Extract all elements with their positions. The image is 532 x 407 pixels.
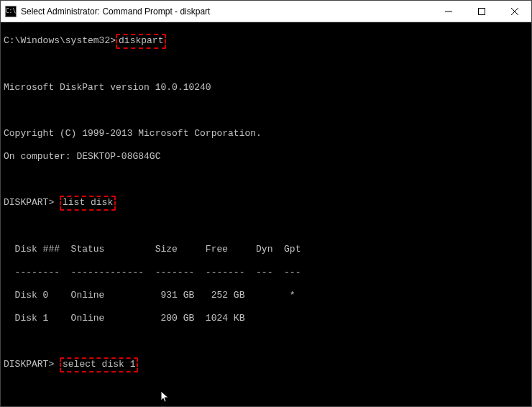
blank-line <box>4 336 528 347</box>
version-line: Microsoft DiskPart version 10.0.10240 <box>4 82 528 93</box>
selected-disk-message: Disk 1 is now the selected disk. <box>4 406 528 406</box>
window-title: Select Administrator: Command Prompt - d… <box>21 6 432 17</box>
blank-line <box>4 59 528 70</box>
cmd-select-disk-highlight: select disk 1 <box>60 357 138 372</box>
minimize-button[interactable] <box>432 1 465 22</box>
cmd-diskpart-highlight: diskpart <box>116 34 166 49</box>
disk-table-divider: -------- ------------- ------- ------- -… <box>4 267 528 278</box>
blank-line <box>4 174 528 186</box>
cmd-list-disk-highlight: list disk <box>60 196 116 211</box>
copyright-line: Copyright (C) 1999-2013 Microsoft Corpor… <box>4 128 528 140</box>
diskpart-prompt: DISKPART> <box>4 197 60 208</box>
svg-rect-1 <box>479 8 485 14</box>
terminal-output[interactable]: C:\Windows\system32>diskpart Microsoft D… <box>1 22 531 406</box>
prompt-path: C:\Windows\system32> <box>4 35 116 46</box>
titlebar[interactable]: C:\ Select Administrator: Command Prompt… <box>1 1 531 22</box>
window-controls <box>432 1 531 22</box>
computer-line: On computer: DESKTOP-08G84GC <box>4 151 528 163</box>
maximize-button[interactable] <box>465 1 498 22</box>
disk-row: Disk 0 Online 931 GB 252 GB * <box>4 290 528 301</box>
close-button[interactable] <box>498 1 531 22</box>
blank-line <box>4 221 528 232</box>
disk-row: Disk 1 Online 200 GB 1024 KB <box>4 313 528 324</box>
blank-line <box>4 383 528 394</box>
diskpart-prompt: DISKPART> <box>4 359 60 370</box>
cmd-icon: C:\ <box>5 6 17 17</box>
disk-table-header: Disk ### Status Size Free Dyn Gpt <box>4 244 528 255</box>
blank-line <box>4 105 528 116</box>
cmd-icon-label: C:\ <box>6 9 16 14</box>
command-prompt-window: C:\ Select Administrator: Command Prompt… <box>0 0 532 407</box>
